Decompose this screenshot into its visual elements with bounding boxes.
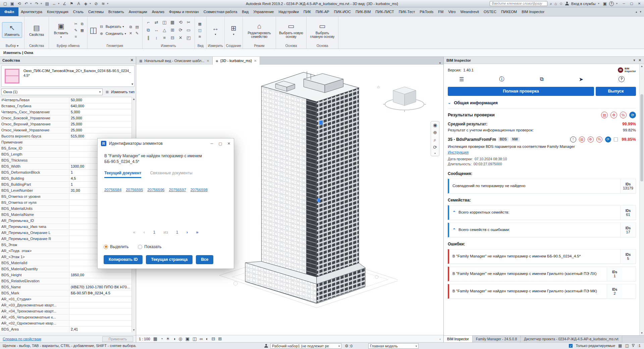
- redo-icon[interactable]: ↷: [34, 0, 40, 7]
- ids-chip[interactable]: IDs17: [620, 223, 636, 237]
- save-icon[interactable]: ▣: [9, 0, 15, 7]
- beam-joins-icon[interactable]: ▤: [134, 24, 140, 30]
- restore-icon[interactable]: ▢: [629, 2, 634, 5]
- tab-view[interactable]: Вид: [239, 7, 251, 16]
- temporary-view-properties-icon[interactable]: ⊞: [218, 336, 222, 341]
- last-page-icon[interactable]: »: [196, 230, 198, 235]
- tab-collaborate[interactable]: Совместная работа: [201, 7, 240, 16]
- check-select-checkbox[interactable]: [614, 137, 618, 141]
- home-icon[interactable]: ⌂: [554, 1, 557, 6]
- tab-pik-test[interactable]: ПИК-Тест: [396, 7, 418, 16]
- addin-tab-project-dispatcher[interactable]: Диспетчер проекта - 0234-Р-ЖД-4.5-АР-в_k…: [521, 336, 622, 342]
- next-page-icon[interactable]: ›: [186, 230, 188, 235]
- workset-dropdown[interactable]: Рабочий набор1 (не подлежит ре ▾: [270, 343, 341, 349]
- corner-icon[interactable]: ◰: [185, 34, 193, 42]
- check-percent-icon[interactable]: %: [596, 136, 602, 142]
- tab-weandrevit[interactable]: Weandrevit: [458, 7, 481, 16]
- dimension-icon[interactable]: ∠: [61, 0, 68, 7]
- erase-icon[interactable]: ✕: [177, 34, 184, 42]
- tab-insert[interactable]: Вставить: [106, 7, 126, 16]
- close-icon[interactable]: ✕: [637, 2, 642, 5]
- settings-sliders-icon[interactable]: ☰: [459, 76, 464, 82]
- tab-piktools[interactable]: PikTools: [417, 7, 436, 16]
- properties-close-icon[interactable]: ✕: [130, 58, 133, 62]
- paint-icon[interactable]: ✎: [134, 30, 140, 36]
- scroll-down-icon[interactable]: ▼: [640, 331, 644, 335]
- wall-joins-icon[interactable]: ⧉: [128, 24, 134, 30]
- help-icon[interactable]: ?: [609, 1, 614, 6]
- favorites-icon[interactable]: ☆: [559, 1, 563, 6]
- tab-steel[interactable]: Сталь: [71, 7, 86, 16]
- addin-tab-family-manager[interactable]: Family Manager - 24.5.0.8: [473, 336, 521, 342]
- scale-button[interactable]: 1 : 100: [139, 337, 150, 341]
- clipboard-extra-icon[interactable]: ≡: [73, 34, 79, 40]
- scroll-up-icon[interactable]: ▲: [640, 64, 644, 68]
- panel-label-measure[interactable]: Измерить: [207, 44, 224, 49]
- selection-filter-icon[interactable]: ∇: [632, 343, 635, 348]
- panel-label-host-new[interactable]: Основа: [276, 44, 306, 49]
- element-id-link[interactable]: 20756595: [126, 188, 143, 192]
- rendering-icon[interactable]: ◎: [178, 336, 182, 341]
- steering-wheel-icon[interactable]: ◉: [433, 122, 437, 128]
- type-selector-dropdown-icon[interactable]: ▾: [131, 82, 133, 86]
- tab-ostec[interactable]: OSTEC: [481, 7, 499, 16]
- extend-icon[interactable]: ↕: [153, 34, 160, 42]
- match-properties-icon[interactable]: ✎: [73, 27, 79, 33]
- open-icon[interactable]: ▢: [2, 0, 8, 7]
- radio-select[interactable]: Выделить: [104, 244, 128, 249]
- scale-icon[interactable]: △: [161, 26, 168, 34]
- editable-only-checkbox[interactable]: ✓: [569, 344, 573, 348]
- dialog-close-icon[interactable]: ✕: [227, 141, 230, 146]
- modify-button[interactable]: ↖ Изменить: [2, 22, 22, 38]
- ids-chip[interactable]: IDs2: [607, 284, 622, 298]
- help-dropdown-icon[interactable]: ▾: [616, 2, 619, 5]
- check-settings-icon[interactable]: ⚙: [588, 136, 594, 142]
- tab-fm[interactable]: FM: [436, 7, 446, 16]
- element-id-link[interactable]: 20756597: [169, 188, 186, 192]
- panel-label-properties[interactable]: Свойства: [24, 44, 49, 49]
- edit-family-button[interactable]: ⌂ Редактировать семейство: [245, 21, 274, 40]
- signin-label[interactable]: Вход в службы: [571, 2, 596, 6]
- panel-label-select[interactable]: Выбор ▾: [0, 44, 24, 49]
- tab-pik-ar[interactable]: ПИК-АР: [313, 7, 332, 16]
- navbar-options-icon[interactable]: ▾: [434, 152, 436, 155]
- minimize-icon[interactable]: ─: [621, 2, 627, 5]
- tab-annotate[interactable]: Аннотации: [126, 7, 150, 16]
- unpin-icon[interactable]: ≡: [161, 34, 168, 42]
- info-icon[interactable]: ⓘ: [499, 76, 504, 83]
- send-telegram-icon[interactable]: ➤: [579, 76, 583, 82]
- measure-button[interactable]: ↔ ▾: [212, 24, 219, 36]
- copy-icon[interactable]: ⧉: [145, 26, 152, 34]
- thin-lines-icon[interactable]: ≋: [100, 0, 106, 7]
- collapse-icon[interactable]: ⌃: [449, 210, 459, 215]
- tab-bim-inspector[interactable]: BIM Inspector: [519, 7, 547, 16]
- close-view-icon[interactable]: ✕: [254, 59, 257, 63]
- editing-requests-icon[interactable]: ⚙: [345, 344, 348, 348]
- undo-icon[interactable]: ↶: [23, 0, 30, 7]
- mirror-icon[interactable]: ◫: [161, 19, 168, 26]
- array-icon[interactable]: ▦: [169, 19, 176, 26]
- tab-architecture[interactable]: Архитектура: [18, 7, 45, 16]
- panel-label-host-main[interactable]: Основа: [307, 44, 338, 49]
- view-cube[interactable]: [382, 82, 429, 119]
- tab-manage[interactable]: Управление: [251, 7, 276, 16]
- current-page-button[interactable]: Текущая страница: [146, 255, 193, 264]
- reports-icon[interactable]: ⧉: [540, 76, 543, 82]
- override-graphics-icon[interactable]: ◫: [197, 27, 203, 33]
- press-drag-icon[interactable]: ◫: [625, 343, 629, 348]
- instruction-link[interactable]: Инструкция: [448, 150, 469, 154]
- inspector-scrollbar[interactable]: ▲ ▼: [639, 64, 644, 335]
- tab-analyze[interactable]: Анализ: [150, 7, 167, 16]
- panel-label-clipboard[interactable]: Буфер обмена: [49, 44, 87, 49]
- zoom-icon[interactable]: ⌕: [434, 137, 436, 142]
- copy-id-button[interactable]: Копировать ID: [104, 255, 143, 264]
- text-note-icon[interactable]: A: [75, 0, 82, 7]
- move-icon[interactable]: ↔: [153, 26, 160, 34]
- release-button[interactable]: Выпуск: [596, 87, 636, 96]
- copy-to-clipboard-icon[interactable]: ⧉: [79, 21, 85, 27]
- dialog-maximize-icon[interactable]: ▢: [218, 141, 222, 146]
- dialog-title-bar[interactable]: R Идентификаторы элементов ─ ▢ ✕: [98, 138, 234, 149]
- selected-window-highlight[interactable]: [319, 121, 323, 125]
- detail-level-icon[interactable]: ▦: [153, 336, 157, 341]
- scroll-down-icon[interactable]: ▼: [132, 328, 136, 332]
